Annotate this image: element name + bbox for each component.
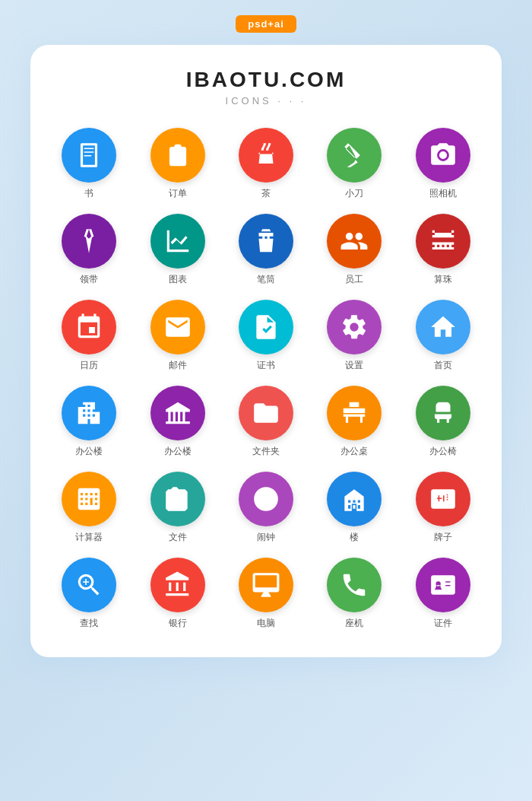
knife-label: 小刀 xyxy=(345,187,363,200)
idcard-label: 证件 xyxy=(434,617,452,630)
files-icon[interactable] xyxy=(150,472,205,526)
bank-label: 银行 xyxy=(169,617,187,630)
staff-icon[interactable] xyxy=(327,214,382,269)
icon-cell-tea: 茶 xyxy=(226,128,306,200)
mail-icon[interactable] xyxy=(150,300,205,354)
icon-cell-desk: 办公桌 xyxy=(314,386,394,458)
officebuilding2-icon[interactable] xyxy=(150,386,205,440)
icon-cell-settings: 设置 xyxy=(314,300,394,372)
icons-grid: 书 订单 茶 小刀 照相机 xyxy=(49,128,483,630)
icon-cell-officebuilding1: 办公楼 xyxy=(49,386,129,458)
order-label: 订单 xyxy=(169,187,187,200)
icon-cell-files: 文件 xyxy=(137,472,217,544)
icon-cell-building: 楼 xyxy=(314,472,394,544)
icon-cell-chart: 图表 xyxy=(137,214,217,286)
main-card: IBAOTU.COM ICONS · · · 书 订单 茶 小刀 xyxy=(30,45,502,657)
building-label: 楼 xyxy=(350,531,359,544)
certificate-icon[interactable] xyxy=(239,300,293,354)
idcard-icon[interactable] xyxy=(416,558,470,612)
card-title: IBAOTU.COM xyxy=(186,68,346,92)
chair-icon[interactable] xyxy=(416,386,470,440)
files-label: 文件 xyxy=(169,531,187,544)
icon-cell-abacus: 算珠 xyxy=(403,214,483,286)
officebuilding2-label: 办公楼 xyxy=(164,445,192,458)
staff-label: 员工 xyxy=(345,273,363,286)
icon-cell-rentsign: 牌子 xyxy=(403,472,483,544)
icon-cell-camera: 照相机 xyxy=(403,128,483,200)
icon-cell-pencilcup: 笔筒 xyxy=(226,214,306,286)
icon-cell-landline: 座机 xyxy=(314,558,394,630)
officebuilding1-icon[interactable] xyxy=(62,386,116,440)
pencilcup-icon[interactable] xyxy=(239,214,293,269)
rentsign-icon[interactable] xyxy=(416,472,470,526)
book-icon[interactable] xyxy=(62,128,116,183)
camera-label: 照相机 xyxy=(429,187,457,200)
landline-label: 座机 xyxy=(345,617,363,630)
home-label: 首页 xyxy=(434,359,452,372)
tie-icon[interactable] xyxy=(62,214,116,269)
tea-label: 茶 xyxy=(261,187,271,200)
calculator-icon[interactable] xyxy=(62,472,116,526)
clock-icon[interactable] xyxy=(239,472,293,526)
icon-cell-officebuilding2: 办公楼 xyxy=(137,386,217,458)
order-icon[interactable] xyxy=(150,128,205,183)
icon-cell-home: 首页 xyxy=(403,300,483,372)
folder-label: 文件夹 xyxy=(252,445,280,458)
calendar-label: 日历 xyxy=(80,359,98,372)
icon-cell-mail: 邮件 xyxy=(137,300,217,372)
mail-label: 邮件 xyxy=(169,359,187,372)
home-icon[interactable] xyxy=(416,300,470,354)
computer-label: 电脑 xyxy=(257,617,275,630)
abacus-label: 算珠 xyxy=(434,273,452,286)
pencilcup-label: 笔筒 xyxy=(257,273,275,286)
icon-cell-folder: 文件夹 xyxy=(226,386,306,458)
icon-cell-knife: 小刀 xyxy=(314,128,394,200)
computer-icon[interactable] xyxy=(239,558,293,612)
icon-cell-searchhome: 查找 xyxy=(49,558,129,630)
tea-icon[interactable] xyxy=(239,128,293,183)
chart-label: 图表 xyxy=(169,273,187,286)
icon-cell-calculator: 计算器 xyxy=(49,472,129,544)
icon-cell-book: 书 xyxy=(49,128,129,200)
icon-cell-computer: 电脑 xyxy=(226,558,306,630)
icon-cell-chair: 办公椅 xyxy=(403,386,483,458)
icon-cell-clock: 闹钟 xyxy=(226,472,306,544)
top-badge: psd+ai xyxy=(236,15,296,33)
settings-label: 设置 xyxy=(345,359,363,372)
icon-cell-bank: 银行 xyxy=(137,558,217,630)
settings-icon[interactable] xyxy=(327,300,382,354)
icon-cell-calendar: 日历 xyxy=(49,300,129,372)
chart-icon[interactable] xyxy=(150,214,205,269)
bank-icon[interactable] xyxy=(150,558,205,612)
clock-label: 闹钟 xyxy=(257,531,275,544)
icon-cell-idcard: 证件 xyxy=(403,558,483,630)
chair-label: 办公椅 xyxy=(429,445,457,458)
searchhome-icon[interactable] xyxy=(62,558,116,612)
desk-icon[interactable] xyxy=(327,386,382,440)
desk-label: 办公桌 xyxy=(340,445,368,458)
officebuilding1-label: 办公楼 xyxy=(75,445,103,458)
abacus-icon[interactable] xyxy=(416,214,470,269)
calendar-icon[interactable] xyxy=(62,300,116,354)
icon-cell-tie: 领带 xyxy=(49,214,129,286)
icon-cell-order: 订单 xyxy=(137,128,217,200)
tie-label: 领带 xyxy=(80,273,98,286)
building-icon[interactable] xyxy=(327,472,382,526)
card-subtitle: ICONS · · · xyxy=(226,95,307,106)
searchhome-label: 查找 xyxy=(80,617,98,630)
calculator-label: 计算器 xyxy=(75,531,103,544)
icon-cell-certificate: 证书 xyxy=(226,300,306,372)
icon-cell-staff: 员工 xyxy=(314,214,394,286)
rentsign-label: 牌子 xyxy=(434,531,452,544)
folder-icon[interactable] xyxy=(239,386,293,440)
certificate-label: 证书 xyxy=(257,359,275,372)
knife-icon[interactable] xyxy=(327,128,382,183)
landline-icon[interactable] xyxy=(327,558,382,612)
camera-icon[interactable] xyxy=(416,128,470,183)
book-label: 书 xyxy=(84,187,93,200)
